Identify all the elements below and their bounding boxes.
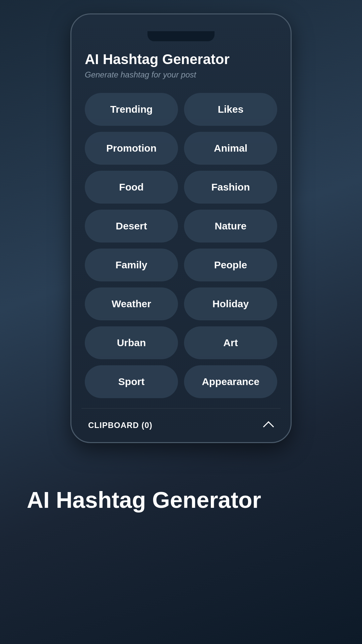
category-btn-fashion[interactable]: Fashion (184, 171, 277, 204)
chevron-up-icon[interactable] (260, 419, 274, 432)
category-btn-weather[interactable]: Weather (85, 287, 178, 320)
category-btn-animal[interactable]: Animal (184, 132, 277, 165)
app-title: AI Hashtag Generator (81, 51, 281, 67)
category-btn-holiday[interactable]: Holiday (184, 287, 277, 320)
category-btn-family[interactable]: Family (85, 249, 178, 281)
clipboard-bar[interactable]: CLIPBOARD (0) (81, 408, 281, 442)
category-btn-appearance[interactable]: Appearance (184, 365, 277, 398)
bottom-title-section: AI Hashtag Generator (0, 460, 362, 533)
category-btn-desert[interactable]: Desert (85, 210, 178, 243)
category-btn-likes[interactable]: Likes (184, 93, 277, 126)
category-btn-art[interactable]: Art (184, 326, 277, 359)
category-grid: TrendingLikesPromotionAnimalFoodFashionD… (81, 93, 281, 398)
bottom-title: AI Hashtag Generator (27, 487, 335, 513)
category-btn-food[interactable]: Food (85, 171, 178, 204)
category-btn-nature[interactable]: Nature (184, 210, 277, 243)
clipboard-label: CLIPBOARD (0) (88, 421, 153, 430)
app-subtitle: Generate hashtag for your post (81, 70, 281, 79)
phone-container: AI Hashtag Generator Generate hashtag fo… (70, 13, 292, 443)
category-btn-promotion[interactable]: Promotion (85, 132, 178, 165)
category-btn-trending[interactable]: Trending (85, 93, 178, 126)
category-btn-sport[interactable]: Sport (85, 365, 178, 398)
phone-notch (147, 31, 215, 41)
category-btn-people[interactable]: People (184, 249, 277, 281)
category-btn-urban[interactable]: Urban (85, 326, 178, 359)
